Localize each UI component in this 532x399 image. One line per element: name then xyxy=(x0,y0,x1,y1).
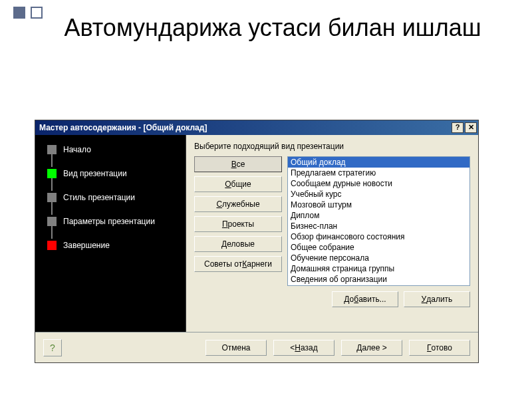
wizard-dialog: Мастер автосодержания - [Общий доклад] ?… xyxy=(35,120,479,363)
finish-button[interactable]: Готово xyxy=(409,340,470,356)
cancel-button[interactable]: Отмена xyxy=(205,340,267,356)
category-button[interactable]: Общие xyxy=(194,176,282,192)
listbox-item[interactable]: Общее собрание xyxy=(288,242,469,253)
listbox-item[interactable]: Учебный курс xyxy=(288,189,469,200)
listbox-item[interactable]: Общий доклад xyxy=(288,157,469,168)
wizard-steps-nav: НачалоВид презентацииСтиль презентацииПа… xyxy=(35,135,186,332)
category-button[interactable]: Проекты xyxy=(194,216,282,232)
step-label: Параметры презентации xyxy=(63,217,155,226)
listbox-item[interactable]: Бизнес-план xyxy=(288,221,469,231)
wizard-step[interactable]: Вид презентации xyxy=(47,166,180,182)
step-box-icon xyxy=(47,145,57,154)
category-button[interactable]: Все xyxy=(194,156,282,172)
panel-prompt: Выберите подходящий вид презентации xyxy=(194,142,470,151)
step-label: Завершение xyxy=(63,241,110,250)
wizard-step[interactable]: Стиль презентации xyxy=(47,190,180,205)
step-label: Начало xyxy=(63,145,91,154)
step-box-icon xyxy=(47,241,57,250)
titlebar: Мастер автосодержания - [Общий доклад] ?… xyxy=(35,120,478,135)
category-buttons: ВсеОбщиеСлужебныеПроектыДеловыеСоветы от… xyxy=(194,156,282,286)
listbox-item[interactable]: Диплом xyxy=(288,210,469,221)
context-help-button[interactable]: ? xyxy=(43,339,62,356)
listbox-item[interactable]: Домашняя страница группы xyxy=(288,263,469,274)
wizard-footer: ? Отмена < Назад Далее > Готово xyxy=(35,332,478,362)
wizard-step[interactable]: Завершение xyxy=(47,237,180,253)
help-button[interactable]: ? xyxy=(452,122,464,133)
dialog-title: Мастер автосодержания - [Общий доклад] xyxy=(39,123,452,132)
wizard-step[interactable]: Параметры презентации xyxy=(47,213,180,229)
listbox-item[interactable]: Обзор финансового состояния xyxy=(288,231,469,242)
category-button[interactable]: Деловые xyxy=(194,236,282,252)
question-icon: ? xyxy=(50,342,55,353)
wizard-step[interactable]: Начало xyxy=(47,142,180,158)
step-box-icon xyxy=(47,169,57,178)
add-button[interactable]: Добавить... xyxy=(332,291,398,307)
listbox-item[interactable]: Предлагаем стратегию xyxy=(288,168,469,178)
listbox-item[interactable]: Обучение персонала xyxy=(288,253,469,263)
slide-decor xyxy=(13,7,48,21)
back-button[interactable]: < Назад xyxy=(273,340,334,356)
content-panel: Выберите подходящий вид презентации ВсеО… xyxy=(186,135,478,332)
remove-button[interactable]: Удалить xyxy=(404,291,470,307)
step-box-icon xyxy=(47,217,57,226)
step-label: Стиль презентации xyxy=(63,193,135,202)
presentation-listbox[interactable]: Общий докладПредлагаем стратегиюСообщаем… xyxy=(287,156,470,286)
category-button[interactable]: Служебные xyxy=(194,196,282,212)
listbox-item[interactable]: Сообщаем дурные новости xyxy=(288,178,469,189)
listbox-item[interactable]: Мозговой штурм xyxy=(288,200,469,210)
listbox-item[interactable]: Сведения об организации xyxy=(288,274,469,285)
category-button[interactable]: Советы от Карнеги xyxy=(194,256,282,272)
close-button[interactable]: ✕ xyxy=(465,122,477,133)
slide-title: Автомундарижа устаси билан ишлаш xyxy=(40,15,505,41)
next-button[interactable]: Далее > xyxy=(341,340,402,356)
step-box-icon xyxy=(47,193,57,202)
step-label: Вид презентации xyxy=(63,169,127,178)
